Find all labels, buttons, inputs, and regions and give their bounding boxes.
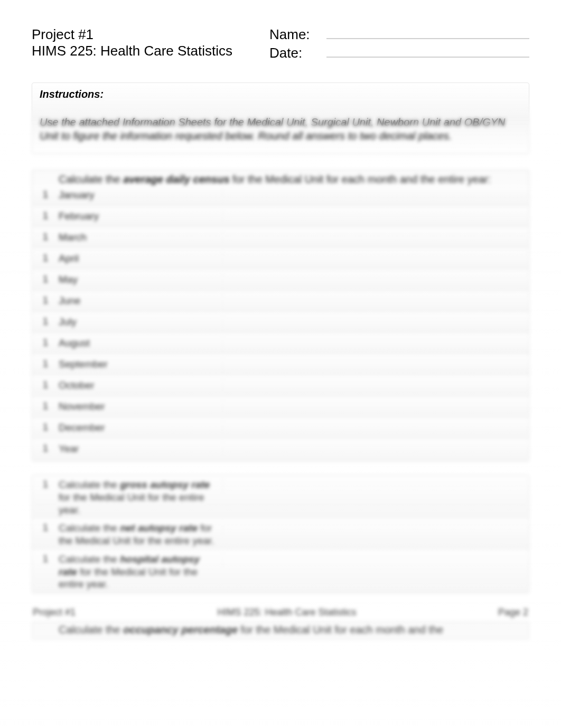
table-row: 1December <box>32 418 529 439</box>
adc-prompt-text: Calculate the average daily census for t… <box>59 173 529 186</box>
table-row: 1August <box>32 334 529 355</box>
occupancy-prompt-text: Calculate the occupancy percentage for t… <box>59 624 470 636</box>
occupancy-bold: occupancy percentage <box>123 624 238 635</box>
header-right: Name: Date: <box>269 26 529 61</box>
table-row: 1October <box>32 376 529 397</box>
project-title: Project #1 <box>32 26 269 43</box>
table-row: 1Year <box>32 439 529 460</box>
instructions-panel: Instructions: Use the attached Informati… <box>32 82 529 154</box>
rate-prompt: Calculate the gross autopsy rate for the… <box>59 477 222 517</box>
footer-center: HIMS 225: Health Care Statistics <box>217 607 356 618</box>
adc-prompt-bold: average daily census <box>123 173 229 185</box>
answer-cell[interactable] <box>222 552 504 568</box>
occupancy-numcell <box>32 624 59 636</box>
answer-cell[interactable] <box>222 521 504 537</box>
table-row: 1May <box>32 270 529 291</box>
adc-table: 1January1February1March1April1May1June1J… <box>32 186 529 460</box>
month-label: July <box>59 315 222 329</box>
row-number: 1 <box>32 420 59 433</box>
table-row: 1Calculate the gross autopsy rate for th… <box>32 475 529 519</box>
adc-prompt-row: Calculate the average daily census for t… <box>32 170 529 186</box>
answer-cell[interactable] <box>222 188 504 204</box>
answer-cell[interactable] <box>222 272 504 288</box>
rate-post: for the Medical Unit for the entire year… <box>59 492 204 515</box>
table-row: 1November <box>32 397 529 418</box>
footer-left: Project #1 <box>33 607 76 618</box>
answer-cell[interactable] <box>222 420 504 436</box>
name-label: Name: <box>269 26 322 43</box>
answer-cell[interactable] <box>222 399 504 415</box>
month-label: August <box>59 336 222 351</box>
month-label: February <box>59 209 222 224</box>
month-label: May <box>59 272 222 287</box>
month-label: April <box>59 251 222 266</box>
answer-cell[interactable] <box>222 315 504 330</box>
row-number: 1 <box>32 378 59 391</box>
adc-prompt-numcell <box>32 173 59 186</box>
rates-section: 1Calculate the gross autopsy rate for th… <box>32 475 529 593</box>
table-row: 1January <box>32 186 529 207</box>
month-label: Year <box>59 441 222 456</box>
rate-bold: net autopsy rate <box>120 522 198 533</box>
row-number: 1 <box>32 230 59 243</box>
row-number: 1 <box>32 209 59 222</box>
table-row: 1February <box>32 207 529 228</box>
course-title: HIMS 225: Health Care Statistics <box>32 43 269 59</box>
adc-prompt-pre: Calculate the <box>59 173 123 185</box>
row-number: 1 <box>32 315 59 327</box>
name-field[interactable] <box>326 26 529 39</box>
rate-bold: gross autopsy rate <box>120 479 210 490</box>
month-label: November <box>59 399 222 414</box>
page-header: Project #1 HIMS 225: Health Care Statist… <box>32 26 529 61</box>
answer-cell[interactable] <box>222 251 504 267</box>
row-number: 1 <box>32 521 59 533</box>
month-label: March <box>59 230 222 245</box>
occupancy-section-partial: Calculate the occupancy percentage for t… <box>32 621 529 639</box>
row-number: 1 <box>32 272 59 285</box>
table-row: 1September <box>32 355 529 376</box>
table-row: 1Calculate the hospital autopsy rate for… <box>32 550 529 593</box>
rate-post: for the Medical Unit for the entire year… <box>59 566 198 590</box>
month-label: September <box>59 357 222 372</box>
answer-cell[interactable] <box>222 336 504 352</box>
answer-cell[interactable] <box>222 209 504 225</box>
occupancy-pre: Calculate the <box>59 624 123 635</box>
answer-cell[interactable] <box>222 293 504 309</box>
date-label: Date: <box>269 45 322 61</box>
rate-pre: Calculate the <box>59 554 120 565</box>
instructions-text: Use the attached Information Sheets for … <box>40 115 521 143</box>
answer-cell[interactable] <box>222 441 504 457</box>
answer-cell[interactable] <box>222 230 504 246</box>
row-number: 1 <box>32 188 59 200</box>
row-number: 1 <box>32 477 59 490</box>
rate-prompt: Calculate the hospital autopsy rate for … <box>59 552 222 592</box>
month-label: June <box>59 293 222 308</box>
page-footer: Project #1 HIMS 225: Health Care Statist… <box>33 607 528 618</box>
row-number: 1 <box>32 552 59 565</box>
answer-cell[interactable] <box>222 378 504 394</box>
row-number: 1 <box>32 357 59 370</box>
month-label: January <box>59 188 222 202</box>
table-row: 1April <box>32 249 529 270</box>
row-number: 1 <box>32 293 59 306</box>
answer-cell[interactable] <box>222 477 504 493</box>
date-field[interactable] <box>326 45 529 58</box>
header-left: Project #1 HIMS 225: Health Care Statist… <box>32 26 269 61</box>
document-page: Project #1 HIMS 225: Health Care Statist… <box>0 0 561 649</box>
footer-right: Page 2 <box>498 607 528 618</box>
adc-section: Calculate the average daily census for t… <box>32 170 529 461</box>
month-label: October <box>59 378 222 393</box>
month-label: December <box>59 420 222 435</box>
rate-pre: Calculate the <box>59 522 120 533</box>
row-number: 1 <box>32 251 59 264</box>
row-number: 1 <box>32 336 59 348</box>
table-row: 1July <box>32 312 529 334</box>
rates-table: 1Calculate the gross autopsy rate for th… <box>32 475 529 593</box>
instructions-heading: Instructions: <box>40 88 521 100</box>
adc-prompt-post: for the Medical Unit for each month and … <box>230 173 491 185</box>
table-row: 1June <box>32 291 529 312</box>
table-row: 1Calculate the net autopsy rate for the … <box>32 519 529 550</box>
answer-cell[interactable] <box>222 357 504 373</box>
rate-prompt: Calculate the net autopsy rate for the M… <box>59 521 222 548</box>
name-row: Name: <box>269 26 529 43</box>
